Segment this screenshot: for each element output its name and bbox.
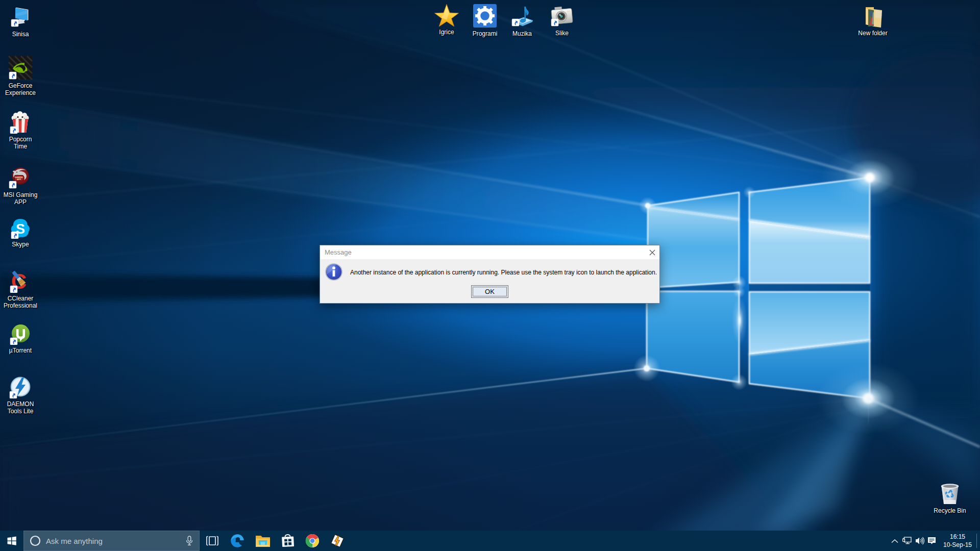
svg-text:APP: APP	[17, 178, 21, 181]
